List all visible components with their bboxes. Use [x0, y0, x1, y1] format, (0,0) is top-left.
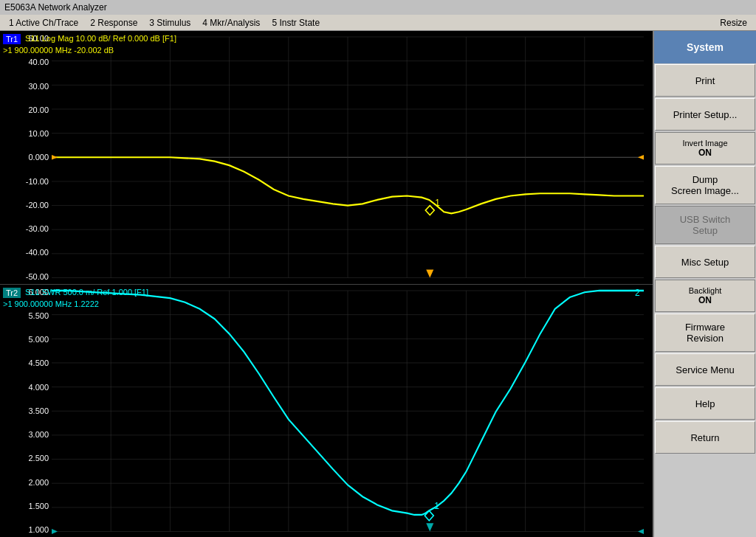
y1-label-1: 40.00 — [1, 58, 49, 66]
trace1-header: Tr1 S11 Log Mag 10.00 dB/ Ref 0.000 dB [… — [3, 34, 176, 44]
y2-label-3: 4.500 — [1, 358, 49, 367]
trace2-info: S11 SWR 500.0 m/ Ref 1.000 [F1] — [25, 288, 148, 298]
y2-label-5: 3.500 — [1, 406, 49, 415]
trace1-svg: 1 — [52, 37, 644, 278]
y1-label-3: 20.00 — [1, 105, 49, 114]
resize-button[interactable]: Resize — [714, 16, 753, 30]
menu-instr-state[interactable]: 5 Instr State — [266, 16, 326, 30]
invert-image-value: ON — [698, 148, 712, 158]
firmware-revision-button[interactable]: Firmware Revision — [655, 313, 755, 352]
trace2-header: Tr2 S11 SWR 500.0 m/ Ref 1.000 [F1] — [3, 288, 148, 298]
y1-label-6: -10.00 — [1, 177, 49, 186]
menu-stimulus[interactable]: 3 Stimulus — [143, 16, 196, 30]
y2-label-7: 2.500 — [1, 454, 49, 462]
svg-text:1: 1 — [434, 499, 439, 511]
menu-active-ch[interactable]: 1 Active Ch/Trace — [3, 16, 84, 30]
dump-screen-button[interactable]: Dump Screen Image... — [655, 166, 755, 204]
y2-label-8: 2.000 — [1, 478, 49, 487]
help-button[interactable]: Help — [655, 387, 755, 420]
invert-image-button[interactable]: Invert Image ON — [655, 132, 755, 164]
svg-marker-20 — [52, 155, 58, 160]
menubar: 1 Active Ch/Trace 2 Response 3 Stimulus … — [0, 15, 756, 31]
invert-image-label: Invert Image — [682, 139, 727, 148]
right-panel: System Print Printer Setup... Invert Ima… — [653, 31, 756, 537]
trace1-panel: Tr1 S11 Log Mag 10.00 dB/ Ref 0.000 dB [… — [0, 31, 653, 285]
y2-label-10: 1.000 — [1, 525, 49, 534]
title-label: E5063A Network Analyzer — [4, 2, 107, 13]
y1-label-10: -50.00 — [1, 272, 49, 281]
printer-setup-button[interactable]: Printer Setup... — [655, 98, 755, 131]
y1-label-4: 10.00 — [1, 129, 49, 138]
trace1-label: Tr1 — [3, 34, 21, 44]
svg-text:2: 2 — [635, 286, 640, 298]
service-menu-button[interactable]: Service Menu — [655, 353, 755, 386]
trace2-panel: Tr2 S11 SWR 500.0 m/ Ref 1.000 [F1] >1 9… — [0, 285, 653, 538]
y1-label-8: -30.00 — [1, 224, 49, 233]
svg-text:1: 1 — [435, 197, 440, 208]
trace2-label: Tr2 — [3, 288, 21, 298]
svg-marker-22 — [426, 270, 433, 278]
backlight-button[interactable]: Backlight ON — [655, 280, 755, 312]
svg-marker-46 — [52, 529, 58, 534]
y2-label-6: 3.000 — [1, 430, 49, 439]
backlight-value: ON — [698, 295, 712, 305]
usb-switch-button: USB Switch Setup — [655, 206, 755, 244]
trace1-y-axis: 50.00 40.00 30.00 20.00 10.00 0.000 -10.… — [0, 31, 52, 284]
svg-marker-21 — [638, 155, 644, 160]
main-area: Tr1 S11 Log Mag 10.00 dB/ Ref 0.000 dB [… — [0, 31, 756, 537]
misc-setup-button[interactable]: Misc Setup — [655, 246, 755, 278]
trace2-y-axis: 6.000 5.500 5.000 4.500 4.000 3.500 3.00… — [0, 285, 52, 538]
svg-marker-48 — [426, 523, 433, 531]
backlight-label: Backlight — [689, 286, 722, 295]
svg-marker-47 — [638, 529, 644, 534]
trace2-svg-container: 2 1 — [52, 291, 644, 532]
trace1-info: S11 Log Mag 10.00 dB/ Ref 0.000 dB [F1] — [25, 34, 176, 44]
svg-marker-23 — [425, 206, 434, 215]
trace2-svg: 2 1 — [52, 291, 644, 532]
y1-label-7: -20.00 — [1, 201, 49, 209]
chart-area: Tr1 S11 Log Mag 10.00 dB/ Ref 0.000 dB [… — [0, 31, 653, 537]
y1-label-9: -40.00 — [1, 248, 49, 257]
print-button[interactable]: Print — [655, 64, 755, 97]
y2-label-9: 1.500 — [1, 502, 49, 510]
return-button[interactable]: Return — [655, 421, 755, 454]
panel-title: System — [654, 31, 756, 63]
menu-response[interactable]: 2 Response — [84, 16, 143, 30]
trace1-svg-container: 1 — [52, 37, 644, 278]
y2-label-2: 5.000 — [1, 335, 49, 344]
y1-label-2: 30.00 — [1, 82, 49, 91]
titlebar: E5063A Network Analyzer — [0, 0, 756, 15]
menu-mkr-analysis[interactable]: 4 Mkr/Analysis — [196, 16, 266, 30]
y2-label-4: 4.000 — [1, 383, 49, 392]
y2-label-1: 5.500 — [1, 311, 49, 320]
y1-label-5: 0.000 — [1, 153, 49, 162]
